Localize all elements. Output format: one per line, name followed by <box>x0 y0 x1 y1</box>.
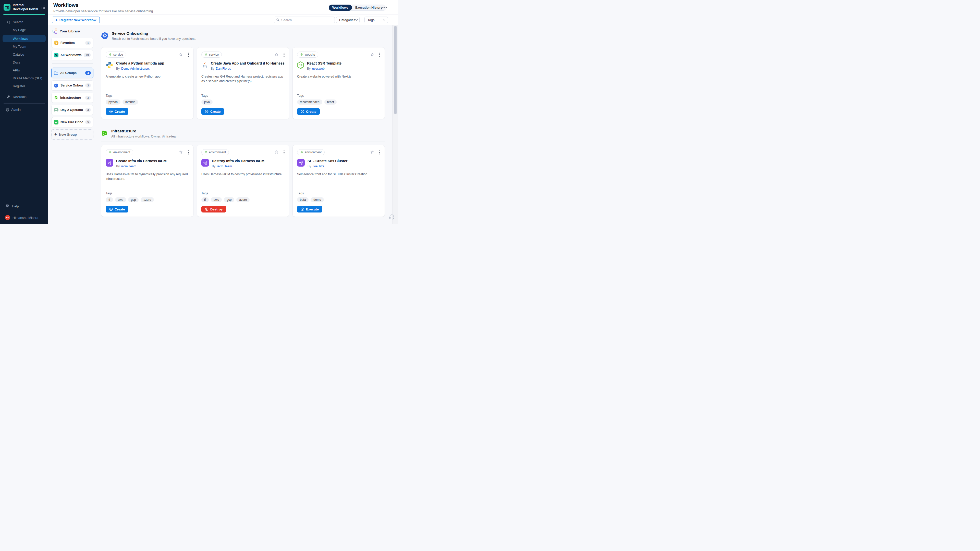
author-link[interactable]: Demo Administrators <box>121 67 150 70</box>
search-icon <box>6 20 11 24</box>
library-item-service-onboarding[interactable]: Service Onboarding 3 <box>51 80 94 91</box>
new-group-button[interactable]: + New Group <box>51 129 94 140</box>
sidebar-item-docs[interactable]: Docs <box>0 59 48 65</box>
favorite-star-icon[interactable] <box>370 150 375 155</box>
plus-icon: + <box>56 18 58 22</box>
destroy-button[interactable]: Destroy <box>201 206 226 213</box>
author-link[interactable]: Dan Flores <box>216 67 231 70</box>
sidebar-item-label: Search <box>13 20 23 24</box>
sidebar-item-devtools[interactable]: DevTools <box>0 94 48 100</box>
workflow-card-python-lambda: service <box>101 47 193 119</box>
create-button[interactable]: Create <box>106 206 128 213</box>
workflow-title: SE - Create K8s Cluster <box>307 159 347 164</box>
create-button[interactable]: Create <box>297 108 320 115</box>
favorite-star-icon[interactable] <box>178 52 183 57</box>
register-new-workflow-button[interactable]: + Register New Workflow <box>52 17 100 23</box>
workflow-title: React SSR Template <box>307 61 342 66</box>
workflow-description: Self-service front end for SE K8s Cluste… <box>297 172 380 192</box>
type-chip: website <box>297 52 318 58</box>
workflow-title: Destroy Infra via Harness IaCM <box>212 159 264 164</box>
count-badge: 23 <box>84 53 91 57</box>
card-kebab-menu-icon[interactable] <box>283 52 285 57</box>
tab-execution-history[interactable]: Execution History <box>352 5 386 11</box>
favorite-star-icon[interactable] <box>274 52 279 57</box>
tag-pill: beta <box>297 197 309 202</box>
workflow-search <box>274 17 335 23</box>
workflow-description: Create a website powered with Next.js <box>297 74 380 94</box>
sidebar-item-register[interactable]: Register <box>0 83 48 89</box>
library-item-day2-operations[interactable]: Day 2 Operations 3 <box>51 105 94 115</box>
workflow-sections: Service Onboarding Reach out to #archite… <box>101 25 385 224</box>
card-kebab-menu-icon[interactable] <box>283 150 285 155</box>
sidebar-item-dora-metrics[interactable]: DORA Metrics (SEI) <box>0 75 48 81</box>
card-kebab-menu-icon[interactable] <box>379 150 380 155</box>
gear-icon <box>109 53 112 56</box>
section-title: Infrastructure <box>111 129 178 133</box>
tag-pill: react <box>325 100 337 105</box>
tags-label: Tags <box>201 192 285 195</box>
library-item-infrastructure[interactable]: Infrastructure 3 <box>51 93 94 103</box>
sidebar-item-apis[interactable]: APIs <box>0 67 48 73</box>
sidebar-item-admin[interactable]: Admin <box>0 106 48 113</box>
categories-filter[interactable]: Categories <box>336 17 360 23</box>
sidebar-item-search[interactable]: Search <box>0 19 48 25</box>
sidebar-item-my-page[interactable]: My Page <box>0 27 48 33</box>
library-item-new-hire-onboarding[interactable]: New Hire Onboarding 5 <box>51 117 94 127</box>
type-chip: service <box>106 52 126 58</box>
tag-pill: demo <box>310 197 324 202</box>
page-header: Workflows Provide developer self-service… <box>48 0 398 15</box>
library-item-all-workflows[interactable]: All Workflows 23 <box>51 50 94 60</box>
support-headset-icon[interactable] <box>389 214 395 220</box>
play-circle-icon <box>109 207 113 211</box>
author-link[interactable]: iacm_team <box>217 165 232 168</box>
workflow-card-react-ssr: website JS <box>293 47 385 119</box>
help-chat-icon: ? <box>5 204 10 208</box>
library-header: Your Library <box>52 29 94 34</box>
create-button[interactable]: Create <box>201 108 224 115</box>
sidebar-item-my-team[interactable]: My Team <box>0 44 48 49</box>
main-area: Workflows Provide developer self-service… <box>48 0 398 224</box>
header-overflow-menu-icon[interactable] <box>382 7 387 8</box>
workflows-logo-icon <box>54 53 59 57</box>
help-button[interactable]: ? Help <box>0 203 48 209</box>
tag-pill: aws <box>211 197 222 202</box>
user-avatar: HM <box>5 215 10 220</box>
author-link[interactable]: Joe Titra <box>313 165 325 168</box>
search-input[interactable] <box>281 18 332 22</box>
favorite-star-icon[interactable] <box>274 150 279 155</box>
workflow-description: Uses Harness-IaCM to destroy provisioned… <box>201 172 285 192</box>
create-button[interactable]: Create <box>106 108 128 115</box>
tab-workflows[interactable]: Workflows <box>329 5 352 11</box>
play-circle-icon <box>301 207 304 211</box>
svg-text:?: ? <box>6 205 8 206</box>
play-circle-icon <box>205 110 208 113</box>
app-switcher-grid-icon[interactable] <box>41 5 45 9</box>
check-icon <box>54 120 59 124</box>
python-icon <box>106 61 113 69</box>
library-item-all-groups[interactable]: All Groups 4 <box>51 68 94 78</box>
library-item-favorites[interactable]: Favorites 1 <box>51 38 94 48</box>
workflow-description: A template to create a new Python app <box>106 74 189 94</box>
workflow-title: Create a Python lambda app <box>116 61 164 66</box>
card-kebab-menu-icon[interactable] <box>188 52 189 57</box>
user-menu[interactable]: HM Himanshu Mishra <box>0 215 48 221</box>
author-link[interactable]: iacm_team <box>121 165 136 168</box>
card-kebab-menu-icon[interactable] <box>188 150 189 155</box>
sidebar-item-workflows[interactable]: Workflows <box>3 35 46 42</box>
play-circle-icon <box>301 110 304 113</box>
favorite-star-icon[interactable] <box>178 150 183 155</box>
play-circle-icon <box>109 110 113 113</box>
scrollbar-thumb[interactable] <box>394 26 396 114</box>
execute-button[interactable]: Execute <box>297 206 322 213</box>
tag-pill: aws <box>115 197 126 202</box>
library-title: Your Library <box>60 29 80 33</box>
author-link[interactable]: user:web <box>312 67 325 70</box>
infrastructure-icon <box>54 95 58 100</box>
help-label: Help <box>12 204 19 208</box>
favorite-star-icon[interactable] <box>370 52 375 57</box>
card-kebab-menu-icon[interactable] <box>379 52 380 57</box>
cards-row-service-onboarding: service <box>101 47 385 119</box>
tags-filter[interactable]: Tags <box>364 17 388 23</box>
sidebar-item-catalog[interactable]: Catalog <box>0 52 48 57</box>
user-name: Himanshu Mishra <box>13 216 38 220</box>
